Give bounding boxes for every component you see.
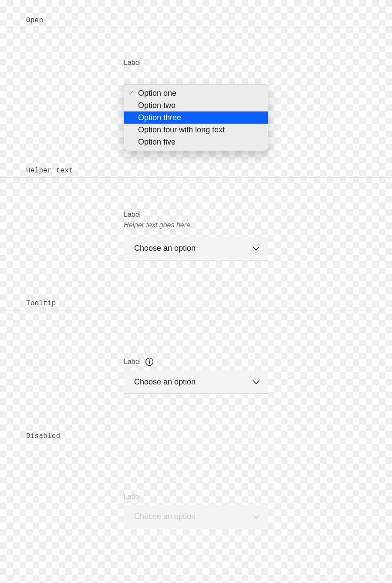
section-heading-helper: Helper text [0, 167, 392, 178]
select-option[interactable]: Option two [124, 99, 268, 111]
select-popup[interactable]: ✓ Option one Option two Option three Opt… [124, 84, 268, 151]
field-label: Label [124, 493, 392, 501]
chevron-down-icon [253, 380, 260, 384]
select-option[interactable]: Option three [124, 111, 268, 124]
select-option-label: Option five [138, 138, 176, 147]
select-input[interactable]: Choose an option [124, 371, 268, 394]
helper-text: Helper text goes here. [124, 221, 392, 229]
field-label: Label [124, 59, 392, 67]
select-option-label: Option two [138, 101, 176, 110]
field-label: Label [124, 357, 392, 366]
select-option[interactable]: Option four with long text [124, 124, 268, 136]
field-label-text: Label [124, 358, 141, 366]
svg-point-1 [149, 360, 150, 361]
field-label: Label [124, 211, 392, 219]
chevron-down-icon [253, 515, 260, 519]
select-option[interactable]: ✓ Option one [124, 87, 268, 99]
select-option[interactable]: Option five [124, 136, 268, 148]
select-placeholder: Choose an option [134, 512, 196, 521]
select-input[interactable]: Choose an option [124, 237, 268, 260]
section-heading-open: Open [0, 0, 392, 27]
select-option-label: Option three [138, 113, 181, 122]
checkmark-icon: ✓ [128, 89, 134, 97]
section-heading-disabled: Disabled [0, 432, 392, 443]
svg-rect-2 [149, 361, 150, 364]
select-placeholder: Choose an option [134, 244, 196, 253]
select-option-label: Option one [138, 89, 176, 98]
select-placeholder: Choose an option [134, 377, 196, 387]
select-input-disabled: Choose an option [124, 505, 268, 529]
information-icon[interactable] [145, 357, 154, 366]
select-option-label: Option four with long text [138, 125, 225, 135]
section-heading-tooltip: Tooltip [0, 300, 392, 310]
chevron-down-icon [253, 246, 260, 251]
